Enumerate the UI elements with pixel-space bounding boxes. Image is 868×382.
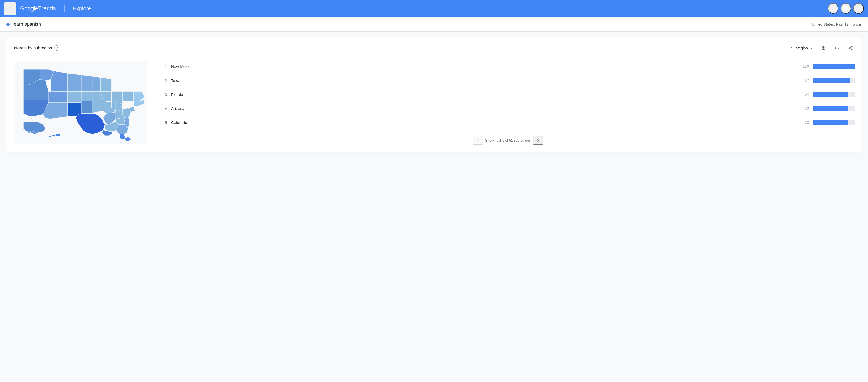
rank-name-1: New Mexico xyxy=(171,64,794,69)
state-nevada[interactable] xyxy=(48,91,68,102)
help-icon[interactable]: ? xyxy=(54,46,59,51)
rank-score-1: 100 xyxy=(798,64,809,68)
pagination-row: Showing 1-5 of 51 subregions xyxy=(160,131,855,146)
rank-number-1: 1 xyxy=(160,64,167,69)
state-colorado[interactable] xyxy=(68,91,81,102)
svg-rect-2 xyxy=(7,9,13,10)
ranking-row-4[interactable]: 4 Arizona 83 xyxy=(160,101,855,115)
ranking-row-2[interactable]: 2 Texas 87 xyxy=(160,74,855,87)
subregion-dropdown[interactable]: Subregion xyxy=(791,46,814,51)
us-map-container xyxy=(13,59,150,146)
share-card-button[interactable] xyxy=(846,43,855,53)
share-header-button[interactable] xyxy=(828,3,838,14)
rank-score-4: 83 xyxy=(798,106,809,111)
search-meta: United States, Past 12 months xyxy=(812,22,862,26)
app-header: Google Trends Explore xyxy=(0,0,868,17)
feedback-header-button[interactable] xyxy=(841,3,851,14)
rank-bar-container-4 xyxy=(813,106,855,111)
rank-name-2: Texas xyxy=(171,78,794,83)
state-new-jersey-approx[interactable] xyxy=(133,101,139,107)
search-term: learn spanish xyxy=(13,21,41,27)
rankings-container: 1 New Mexico 100 2 Texas 87 xyxy=(160,59,855,146)
rank-bar-5 xyxy=(813,120,848,125)
rank-bar-container-2 xyxy=(813,78,855,83)
card-body: 1 New Mexico 100 2 Texas 87 xyxy=(13,59,855,146)
ranking-row-3[interactable]: 3 Florida 84 xyxy=(160,87,855,101)
state-montana[interactable] xyxy=(51,71,68,91)
header-divider xyxy=(64,5,65,12)
rank-bar-2 xyxy=(813,78,850,83)
card-controls: Subregion xyxy=(791,43,855,53)
svg-point-7 xyxy=(49,136,51,137)
state-nebraska[interactable] xyxy=(81,91,92,101)
logo: Google Trends xyxy=(20,5,56,12)
search-dot xyxy=(6,23,9,26)
card-header: Interest by subregion ? Subregion xyxy=(13,43,855,53)
rank-bar-3 xyxy=(813,92,848,97)
us-map xyxy=(15,60,147,145)
pagination-label: Showing 1-5 of 51 subregions xyxy=(485,139,531,142)
rank-bar-1 xyxy=(813,64,855,69)
rank-score-2: 87 xyxy=(798,78,809,82)
rank-bar-container-1 xyxy=(813,64,855,69)
prev-page-button[interactable] xyxy=(472,136,483,145)
rank-name-5: Colorado xyxy=(171,120,794,125)
download-button[interactable] xyxy=(818,43,828,53)
state-kansas[interactable] xyxy=(81,101,92,113)
state-new-york[interactable] xyxy=(123,91,133,101)
card-title: Interest by subregion xyxy=(13,46,52,51)
main-content: Interest by subregion ? Subregion xyxy=(0,32,868,157)
state-hawaii-main[interactable] xyxy=(56,134,60,136)
ranking-row-5[interactable]: 5 Colorado 82 xyxy=(160,115,855,129)
rank-name-3: Florida xyxy=(171,92,794,97)
rank-name-4: Arizona xyxy=(171,106,794,111)
rank-number-2: 2 xyxy=(160,78,167,83)
rank-bar-4 xyxy=(813,106,848,111)
rank-bar-container-3 xyxy=(813,92,855,97)
next-page-button[interactable] xyxy=(533,136,543,145)
explore-label: Explore xyxy=(73,5,91,11)
state-minnesota[interactable] xyxy=(100,78,112,91)
apps-header-button[interactable] xyxy=(853,3,864,14)
header-actions xyxy=(828,3,864,14)
menu-button[interactable] xyxy=(4,2,16,15)
rank-bar-container-5 xyxy=(813,120,855,125)
logo-google: Google xyxy=(20,5,38,12)
state-wyoming[interactable] xyxy=(68,74,81,91)
rank-score-3: 84 xyxy=(798,92,809,96)
ranking-row-1[interactable]: 1 New Mexico 100 xyxy=(160,59,855,74)
embed-button[interactable] xyxy=(832,43,842,53)
search-bar-row: learn spanish United States, Past 12 mon… xyxy=(0,17,868,32)
rank-number-3: 3 xyxy=(160,92,167,97)
card-title-group: Interest by subregion ? xyxy=(13,46,59,51)
rank-number-5: 5 xyxy=(160,120,167,125)
state-north-dakota[interactable] xyxy=(92,76,100,91)
state-michigan-approx[interactable] xyxy=(112,91,123,101)
state-south-dakota[interactable] xyxy=(81,75,92,91)
svg-point-6 xyxy=(52,135,55,136)
svg-rect-1 xyxy=(7,8,13,8)
dropdown-label: Subregion xyxy=(791,46,808,50)
svg-rect-0 xyxy=(7,6,13,6)
rank-score-5: 82 xyxy=(798,120,809,124)
rank-number-4: 4 xyxy=(160,106,167,111)
logo-trends: Trends xyxy=(38,5,56,12)
chevron-down-icon xyxy=(809,46,814,51)
interest-by-subregion-card: Interest by subregion ? Subregion xyxy=(6,37,862,152)
